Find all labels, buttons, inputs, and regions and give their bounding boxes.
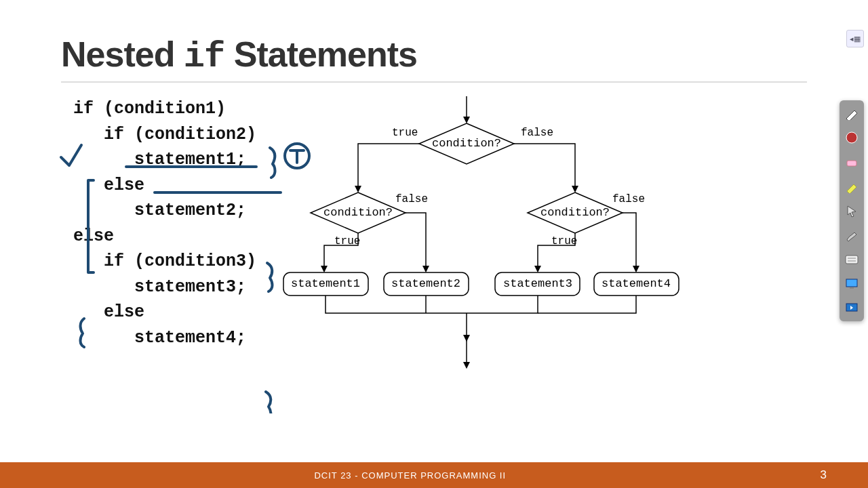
svg-rect-11 bbox=[846, 256, 858, 264]
content-row: if (condition1) if (condition2) statemen… bbox=[61, 96, 807, 384]
lbl-true-top: true bbox=[392, 127, 418, 139]
svg-rect-15 bbox=[850, 287, 854, 289]
flow-right-cond: condition? bbox=[540, 206, 610, 219]
switch-icon[interactable] bbox=[843, 300, 861, 317]
svg-rect-10 bbox=[847, 161, 856, 166]
flow-s4: statement4 bbox=[601, 277, 671, 290]
pointer-icon[interactable] bbox=[843, 202, 861, 220]
flow-s2: statement2 bbox=[391, 277, 460, 290]
flow-s1: statement1 bbox=[291, 277, 360, 290]
pen-icon[interactable] bbox=[843, 104, 861, 122]
title-post: Statements bbox=[224, 35, 417, 74]
annotation-toolbar bbox=[840, 100, 864, 321]
svg-point-9 bbox=[846, 132, 857, 143]
footer-page-number: 3 bbox=[821, 468, 827, 482]
lbl-false-l: false bbox=[395, 193, 428, 205]
thumbnail-toggle[interactable]: ◂▦ bbox=[846, 30, 864, 47]
flow-s3: statement3 bbox=[503, 277, 572, 290]
footer-bar: DCIT 23 - COMPUTER PROGRAMMING II 3 bbox=[0, 462, 868, 488]
brush-icon[interactable] bbox=[843, 226, 861, 244]
keyboard-icon[interactable] bbox=[843, 251, 861, 268]
laser-icon[interactable] bbox=[843, 129, 861, 146]
flow-top-cond: condition? bbox=[432, 137, 501, 150]
slide-title: Nested if Statements bbox=[61, 34, 807, 83]
screen-icon[interactable] bbox=[843, 275, 861, 293]
lbl-false-r: false bbox=[612, 193, 645, 205]
slide: Nested if Statements if (condition1) if … bbox=[0, 0, 868, 447]
highlighter-icon[interactable] bbox=[843, 178, 861, 195]
title-pre: Nested bbox=[61, 35, 184, 74]
code-block: if (condition1) if (condition2) statemen… bbox=[61, 96, 256, 384]
flowchart: condition? true false condition? false t… bbox=[277, 96, 656, 384]
svg-rect-14 bbox=[846, 279, 857, 287]
flow-left-cond: condition? bbox=[323, 206, 393, 219]
lbl-false-top: false bbox=[521, 127, 553, 139]
title-mono: if bbox=[184, 37, 224, 77]
footer-course: DCIT 23 - COMPUTER PROGRAMMING II bbox=[314, 470, 506, 481]
eraser-icon[interactable] bbox=[843, 153, 861, 171]
